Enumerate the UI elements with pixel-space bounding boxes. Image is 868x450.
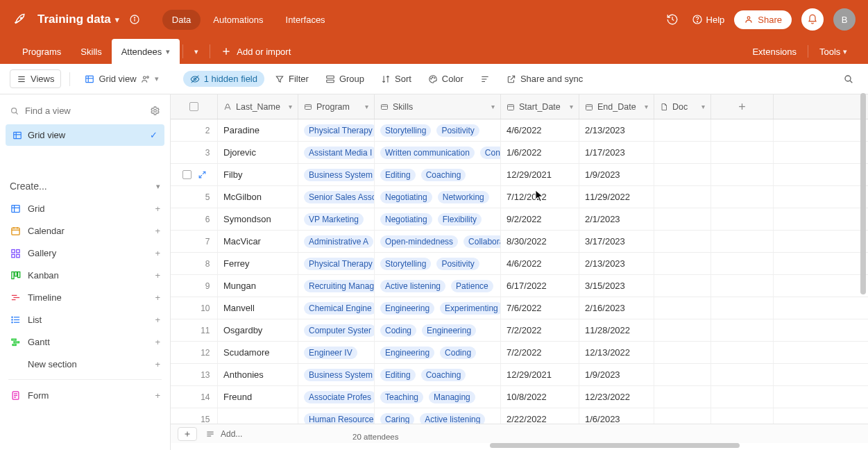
table-tab-attendees[interactable]: Attendees▾ (112, 39, 180, 64)
table-row[interactable]: 2 Paradine Physical Therapy Storytelling… (171, 119, 868, 142)
start-date-cell[interactable]: 7/2/2022 (501, 342, 579, 363)
program-cell[interactable]: Physical Therapy (298, 253, 375, 274)
end-date-cell[interactable]: 3/17/2023 (579, 231, 654, 252)
start-date-cell[interactable]: 9/2/2022 (501, 208, 579, 230)
last-name-cell[interactable]: Manvell (218, 297, 298, 319)
row-number-cell[interactable]: 13 (171, 364, 218, 385)
row-height-button[interactable] (474, 71, 496, 88)
tools-button[interactable]: Tools ▾ (811, 39, 856, 64)
column-program[interactable]: Program▾ (298, 94, 375, 119)
skills-cell[interactable]: CodingEngineering (375, 319, 501, 341)
program-cell[interactable]: Business System (298, 164, 375, 185)
start-date-cell[interactable]: 7/6/2022 (501, 297, 579, 319)
table-row[interactable]: 13 Anthonies Business System EditingCoac… (171, 364, 868, 386)
table-row[interactable]: 10 Manvell Chemical Engine EngineeringEx… (171, 297, 868, 319)
start-date-cell[interactable]: 7/2/2022 (501, 319, 579, 341)
start-date-cell[interactable]: 12/29/2021 (501, 364, 579, 385)
skills-cell[interactable]: CaringActive listening (375, 408, 501, 424)
table-row[interactable]: 6 Symondson VP Marketing NegotiatingFlex… (171, 208, 868, 231)
horizontal-scrollbar[interactable] (171, 443, 868, 450)
vertical-scrollbar[interactable] (860, 90, 867, 389)
create-kanban[interactable]: Kanban+ (0, 264, 170, 286)
help-button[interactable]: Help (692, 14, 725, 25)
last-name-cell[interactable]: Freund (218, 386, 298, 408)
last-name-cell[interactable]: Osgardby (218, 319, 298, 341)
create-list[interactable]: List+ (0, 308, 170, 331)
skills-cell[interactable]: Active listeningPatience (375, 275, 501, 297)
end-date-cell[interactable]: 12/23/2022 (579, 386, 654, 408)
program-cell[interactable]: Recruiting Manag (298, 275, 375, 297)
end-date-cell[interactable]: 3/15/2023 (579, 275, 654, 297)
start-date-cell[interactable]: 10/8/2022 (501, 386, 579, 408)
doc-cell[interactable] (654, 275, 711, 297)
program-cell[interactable]: Chemical Engine (298, 297, 375, 319)
create-new-section[interactable]: New section+ (0, 353, 170, 375)
end-date-cell[interactable]: 2/1/2023 (579, 208, 654, 230)
share-sync-button[interactable]: Share and sync (500, 70, 589, 88)
skills-cell[interactable]: EditingCoaching (375, 364, 501, 385)
end-date-cell[interactable]: 2/16/2023 (579, 297, 654, 319)
doc-cell[interactable] (654, 253, 711, 274)
doc-cell[interactable] (654, 297, 711, 319)
add-dropdown-button[interactable]: Add... (205, 429, 242, 439)
tab-automations[interactable]: Automations (203, 10, 273, 30)
doc-cell[interactable] (654, 408, 711, 424)
start-date-cell[interactable]: 8/30/2022 (501, 231, 579, 252)
table-row[interactable]: 15 Human Resource CaringActive listening… (171, 408, 868, 424)
last-name-cell[interactable]: Symondson (218, 208, 298, 230)
end-date-cell[interactable]: 12/13/2022 (579, 342, 654, 363)
start-date-cell[interactable]: 1/6/2022 (501, 142, 579, 163)
tab-data[interactable]: Data (162, 10, 201, 30)
end-date-cell[interactable]: 1/9/2023 (579, 164, 654, 185)
column-skills[interactable]: Skills▾ (375, 94, 501, 119)
find-view-input[interactable] (25, 106, 144, 116)
skills-cell[interactable]: StorytellingPositivity (375, 253, 501, 274)
view-item-grid-view[interactable]: Grid view ✓ (6, 124, 164, 146)
row-number-cell[interactable]: 15 (171, 408, 218, 424)
program-cell[interactable]: Engineer IV (298, 342, 375, 363)
skills-cell[interactable]: EngineeringCoding (375, 342, 501, 363)
start-date-cell[interactable]: 4/6/2022 (501, 119, 579, 141)
skills-cell[interactable]: EngineeringExperimenting (375, 297, 501, 319)
end-date-cell[interactable]: 2/13/2023 (579, 253, 654, 274)
add-or-import-button[interactable]: Add or import (213, 39, 299, 64)
row-number-cell[interactable]: 5 (171, 186, 218, 208)
start-date-cell[interactable]: 2/22/2022 (501, 408, 579, 424)
add-column-button[interactable] (711, 94, 774, 119)
program-cell[interactable]: Senior Sales Asso (298, 186, 375, 208)
history-icon[interactable] (663, 10, 682, 29)
expand-icon[interactable] (198, 170, 207, 179)
extensions-button[interactable]: Extensions (744, 39, 805, 64)
create-calendar[interactable]: Calendar+ (0, 219, 170, 242)
current-view-picker[interactable]: Grid view ▾ (78, 70, 164, 88)
table-tab-programs[interactable]: Programs (12, 39, 71, 64)
program-cell[interactable]: Human Resource (298, 408, 375, 424)
end-date-cell[interactable]: 1/9/2023 (579, 364, 654, 385)
start-date-cell[interactable]: 6/17/2022 (501, 275, 579, 297)
column-start-date[interactable]: Start_Date▾ (501, 94, 579, 119)
last-name-cell[interactable]: Ferrey (218, 253, 298, 274)
program-cell[interactable]: Administrative A (298, 231, 375, 252)
last-name-cell[interactable] (218, 408, 298, 424)
create-section-header[interactable]: Create... ▾ (0, 171, 170, 197)
select-all-column[interactable] (171, 94, 218, 119)
avatar[interactable]: B (833, 8, 856, 31)
filter-button[interactable]: Filter (269, 70, 315, 88)
row-number-cell[interactable]: 3 (171, 142, 218, 163)
column-end-date[interactable]: End_Date▾ (579, 94, 654, 119)
doc-cell[interactable] (654, 364, 711, 385)
row-number-cell[interactable]: 14 (171, 386, 218, 408)
last-name-cell[interactable]: Scudamore (218, 342, 298, 363)
last-name-cell[interactable]: Mungan (218, 275, 298, 297)
tables-menu-button[interactable]: ▾ (186, 39, 207, 64)
start-date-cell[interactable]: 4/6/2022 (501, 253, 579, 274)
doc-cell[interactable] (654, 186, 711, 208)
program-cell[interactable]: Assistant Media I (298, 142, 375, 163)
hidden-fields-button[interactable]: 1 hidden field (183, 71, 264, 87)
row-number-cell[interactable]: 12 (171, 342, 218, 363)
row-number-cell[interactable]: 9 (171, 275, 218, 297)
table-row[interactable]: 7 MacVicar Administrative A Open-mindedn… (171, 231, 868, 253)
row-number-cell[interactable] (171, 164, 218, 185)
start-date-cell[interactable]: 12/29/2021 (501, 164, 579, 185)
gear-icon[interactable] (150, 106, 160, 116)
